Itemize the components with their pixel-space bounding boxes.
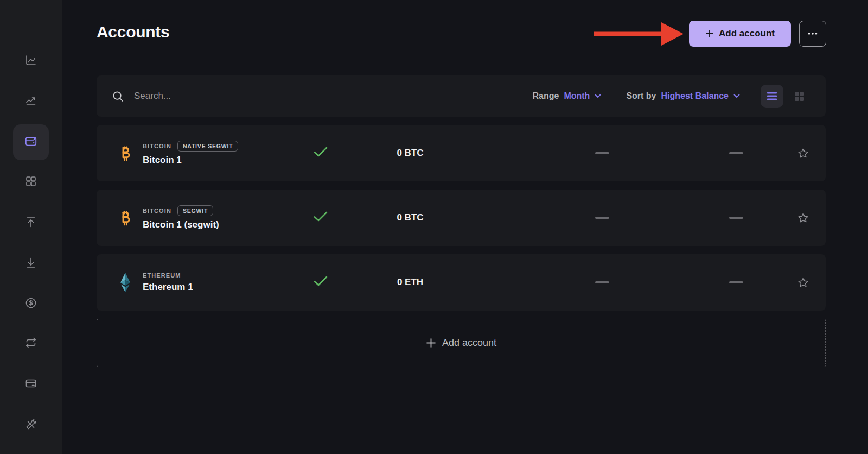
fiat-value-placeholder xyxy=(595,152,609,154)
sidebar-item-tools[interactable] xyxy=(18,413,44,439)
sidebar-item-buy-sell[interactable] xyxy=(18,291,44,317)
green-check-icon xyxy=(314,147,328,160)
change-value-placeholder xyxy=(729,217,743,219)
sort-label: Sort by xyxy=(626,91,656,101)
buy-sell-dollar-icon xyxy=(24,297,37,312)
sidebar-item-send[interactable] xyxy=(18,210,44,236)
account-row-ethereum-1[interactable]: ETHEREUM Ethereum 1 0 ETH xyxy=(97,254,826,311)
account-balance: 0 ETH xyxy=(357,277,463,288)
add-account-row-label: Add account xyxy=(442,337,496,349)
search-input[interactable] xyxy=(134,91,533,102)
sidebar-item-portfolio[interactable] xyxy=(18,48,44,74)
add-account-button-label: Add account xyxy=(719,28,775,39)
account-row-bitcoin-1-segwit[interactable]: BITCOIN SEGWIT Bitcoin 1 (segwit) 0 BTC xyxy=(97,190,826,246)
account-row-bitcoin-1[interactable]: BITCOIN NATIVE SEGWIT Bitcoin 1 0 BTC xyxy=(97,125,826,181)
sidebar-item-accounts[interactable] xyxy=(18,129,44,155)
red-arrow-annotation xyxy=(593,21,685,47)
star-icon[interactable] xyxy=(796,276,809,289)
account-name: Ethereum 1 xyxy=(143,282,193,293)
ellipsis-icon xyxy=(806,27,819,40)
sort-value: Highest Balance xyxy=(661,91,729,101)
range-label: Range xyxy=(533,91,559,101)
green-check-icon xyxy=(314,211,328,224)
currency-label: BITCOIN xyxy=(143,143,171,149)
portfolio-chart-icon xyxy=(24,54,37,69)
filter-toolbar: Range Month Sort by Highest Balance xyxy=(97,75,826,117)
send-icon xyxy=(24,216,37,231)
star-icon[interactable] xyxy=(796,147,809,160)
change-value-placeholder xyxy=(729,281,743,283)
swap-icon xyxy=(24,336,37,351)
plus-icon xyxy=(705,29,714,38)
add-account-button[interactable]: Add account xyxy=(689,21,791,47)
range-value: Month xyxy=(564,91,590,101)
account-name: Bitcoin 1 xyxy=(143,155,238,166)
receive-icon xyxy=(24,256,37,272)
bitcoin-icon xyxy=(116,144,135,162)
derivation-badge: SEGWIT xyxy=(177,205,213,216)
account-info: BITCOIN NATIVE SEGWIT Bitcoin 1 xyxy=(143,141,238,166)
derivation-badge: NATIVE SEGWIT xyxy=(177,141,238,152)
app-window: Accounts Add account Range Month Sort by… xyxy=(0,0,868,454)
tools-icon xyxy=(24,418,37,433)
page-title: Accounts xyxy=(97,23,169,41)
chevron-down-icon xyxy=(733,94,740,98)
list-view-toggle[interactable] xyxy=(761,85,783,108)
account-info: ETHEREUM Ethereum 1 xyxy=(143,272,193,293)
ethereum-icon xyxy=(116,272,135,293)
search-icon xyxy=(112,90,124,103)
grid-view-toggle[interactable] xyxy=(788,85,810,108)
discover-grid-icon xyxy=(24,175,37,190)
currency-label: BITCOIN xyxy=(143,207,171,214)
sidebar-item-card[interactable] xyxy=(18,371,44,398)
account-balance: 0 BTC xyxy=(357,148,463,159)
more-options-button[interactable] xyxy=(799,21,826,47)
sidebar xyxy=(0,0,62,454)
list-view-icon xyxy=(767,91,777,101)
account-info: BITCOIN SEGWIT Bitcoin 1 (segwit) xyxy=(143,205,219,230)
fiat-value-placeholder xyxy=(595,281,609,283)
market-trend-icon xyxy=(24,94,37,109)
plus-icon xyxy=(426,338,436,348)
account-name: Bitcoin 1 (segwit) xyxy=(143,219,219,230)
wallet-icon xyxy=(24,134,38,150)
green-check-icon xyxy=(314,276,328,289)
sidebar-item-receive[interactable] xyxy=(18,251,44,277)
sidebar-item-swap[interactable] xyxy=(18,331,44,357)
change-value-placeholder xyxy=(729,152,743,154)
sidebar-item-discover[interactable] xyxy=(18,169,44,196)
sidebar-item-market[interactable] xyxy=(18,89,44,115)
add-account-dashed-button[interactable]: Add account xyxy=(97,319,826,367)
fiat-value-placeholder xyxy=(595,217,609,219)
account-balance: 0 BTC xyxy=(357,212,463,223)
sort-filter[interactable]: Sort by Highest Balance xyxy=(626,91,740,101)
chevron-down-icon xyxy=(595,94,601,98)
star-icon[interactable] xyxy=(796,211,809,224)
grid-view-icon xyxy=(794,91,805,102)
range-filter[interactable]: Range Month xyxy=(533,91,602,101)
currency-label: ETHEREUM xyxy=(143,272,181,279)
card-icon xyxy=(24,377,37,392)
bitcoin-icon xyxy=(116,209,135,226)
